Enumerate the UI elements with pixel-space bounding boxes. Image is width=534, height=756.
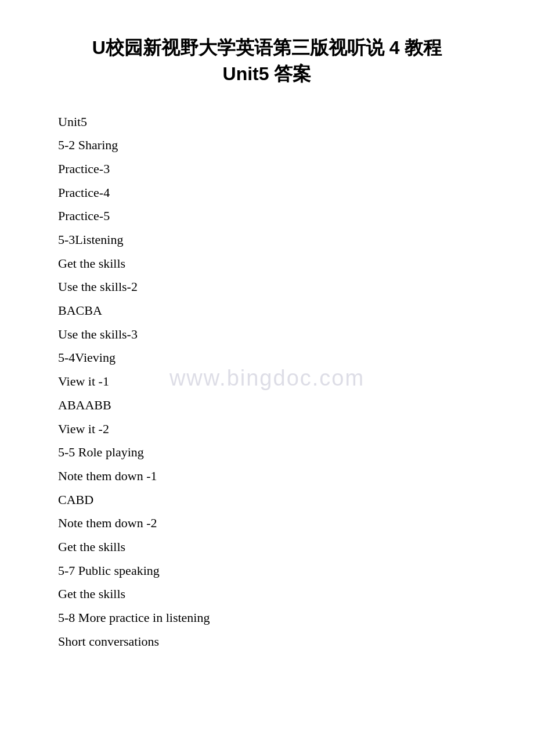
- list-item: Use the skills-2: [58, 275, 488, 299]
- title-line1: U校园新视野大学英语第三版视听说 4 教程: [46, 35, 488, 61]
- list-item: 5-8 More practice in listening: [58, 606, 488, 630]
- list-item: Practice-5: [58, 204, 488, 228]
- list-item: BACBA: [58, 299, 488, 323]
- list-item: 5-4Vieving: [58, 346, 488, 370]
- list-item: Note them down -1: [58, 465, 488, 488]
- list-item: ABAABB: [58, 394, 488, 417]
- list-item: 5-2 Sharing: [58, 134, 488, 157]
- content-list: Unit55-2 SharingPractice-3Practice-4Prac…: [46, 110, 488, 654]
- list-item: CABD: [58, 488, 488, 512]
- page-title: U校园新视野大学英语第三版视听说 4 教程 Unit5 答案: [46, 35, 488, 87]
- list-item: Get the skills: [58, 535, 488, 559]
- list-item: Short conversations: [58, 630, 488, 654]
- list-item: 5-7 Public speaking: [58, 559, 488, 583]
- title-line2: Unit5 答案: [46, 61, 488, 87]
- list-item: Practice-3: [58, 157, 488, 181]
- list-item: Note them down -2: [58, 512, 488, 535]
- list-item: Unit5: [58, 110, 488, 134]
- list-item: Get the skills: [58, 582, 488, 606]
- list-item: Use the skills-3: [58, 323, 488, 347]
- list-item: Get the skills: [58, 252, 488, 276]
- list-item: View it -1: [58, 370, 488, 394]
- list-item: View it -2: [58, 417, 488, 441]
- list-item: Practice-4: [58, 181, 488, 205]
- list-item: 5-3Listening: [58, 228, 488, 252]
- list-item: 5-5 Role playing: [58, 441, 488, 465]
